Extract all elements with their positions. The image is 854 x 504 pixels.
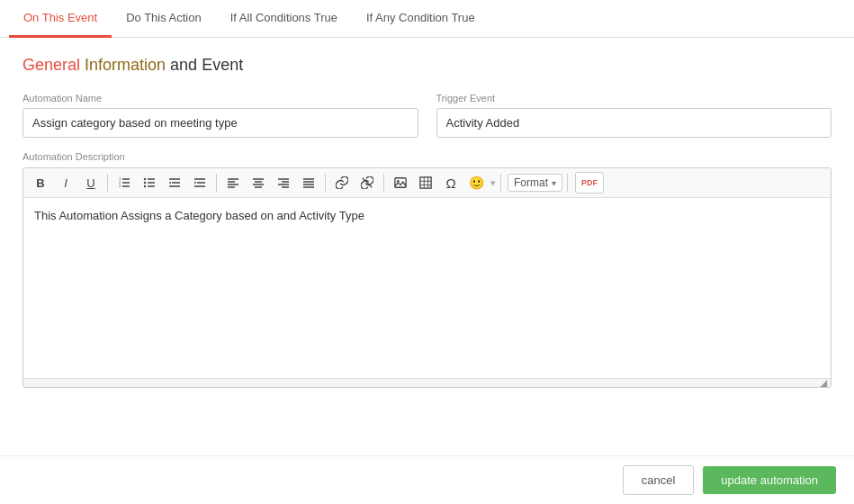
justify-button[interactable] xyxy=(297,172,320,194)
indent-icon xyxy=(193,176,206,189)
unordered-list-button[interactable] xyxy=(138,172,161,194)
bold-button[interactable]: B xyxy=(29,172,52,194)
align-left-button[interactable] xyxy=(221,172,245,194)
underline-button[interactable]: U xyxy=(79,172,103,194)
title-rest: and Event xyxy=(166,56,243,74)
format-dropdown[interactable]: Format ▾ xyxy=(508,174,562,192)
tab-if-all-conditions[interactable]: If All Conditions True xyxy=(216,0,352,38)
section-title: General Information and Event xyxy=(22,56,832,75)
divider-3 xyxy=(325,174,326,192)
indent-button[interactable] xyxy=(188,172,211,194)
automation-name-label: Automation Name xyxy=(22,93,418,104)
align-left-icon xyxy=(227,176,239,189)
link-icon xyxy=(336,176,348,189)
tabs-bar: On This Event Do This Action If All Cond… xyxy=(0,0,854,38)
ordered-list-button[interactable]: 1 2 3 xyxy=(112,172,136,194)
resize-icon: ◢ xyxy=(819,377,827,389)
svg-rect-35 xyxy=(395,178,406,188)
tab-do-this-action[interactable]: Do This Action xyxy=(112,0,216,38)
cancel-button[interactable]: cancel xyxy=(623,465,695,495)
svg-text:3: 3 xyxy=(119,184,121,188)
align-right-button[interactable] xyxy=(272,172,295,194)
special-chars-button[interactable]: Ω xyxy=(439,172,463,194)
content-area: General Information and Event Automation… xyxy=(0,38,854,455)
svg-rect-37 xyxy=(420,177,431,188)
format-dropdown-arrow: ▾ xyxy=(552,178,556,188)
footer: cancel update automation xyxy=(0,455,854,504)
trigger-event-group: Trigger Event xyxy=(436,93,832,138)
svg-line-34 xyxy=(363,178,373,188)
link-button[interactable] xyxy=(330,172,354,194)
svg-point-6 xyxy=(144,178,146,180)
table-button[interactable] xyxy=(414,172,437,194)
form-row-main: Automation Name Trigger Event xyxy=(22,93,832,138)
unordered-list-icon xyxy=(143,176,156,189)
emoji-arrow: ▾ xyxy=(490,177,496,189)
unlink-icon xyxy=(361,176,373,189)
trigger-event-label: Trigger Event xyxy=(436,93,832,104)
align-center-button[interactable] xyxy=(247,172,270,194)
main-container: On This Event Do This Action If All Cond… xyxy=(0,0,854,504)
tab-if-any-condition[interactable]: If Any Condition True xyxy=(352,0,490,38)
align-right-icon xyxy=(277,176,290,189)
editor-container: B I U 1 2 3 xyxy=(22,167,832,388)
emoji-button[interactable]: 🙂 xyxy=(464,172,488,194)
divider-2 xyxy=(216,174,217,192)
divider-6 xyxy=(567,174,568,192)
automation-name-group: Automation Name xyxy=(22,93,418,138)
svg-point-7 xyxy=(144,182,146,184)
editor-body[interactable]: This Automation Assigns a Category based… xyxy=(23,198,831,378)
format-label: Format xyxy=(514,176,548,189)
description-label: Automation Description xyxy=(22,151,832,162)
automation-name-input[interactable] xyxy=(22,108,418,138)
align-center-icon xyxy=(252,176,265,189)
divider-1 xyxy=(107,174,108,192)
ordered-list-icon: 1 2 3 xyxy=(118,176,130,189)
title-information: Information xyxy=(80,56,166,74)
divider-5 xyxy=(500,174,501,192)
divider-4 xyxy=(383,174,384,192)
update-automation-button[interactable]: update automation xyxy=(703,466,836,494)
table-icon xyxy=(419,176,432,189)
image-button[interactable] xyxy=(389,172,412,194)
unlink-button[interactable] xyxy=(355,172,379,194)
image-icon xyxy=(394,176,407,189)
svg-point-8 xyxy=(144,185,146,187)
italic-button[interactable]: I xyxy=(54,172,77,194)
trigger-event-input[interactable] xyxy=(436,108,832,138)
title-general: General xyxy=(22,56,80,74)
editor-resize-handle: ◢ xyxy=(23,378,831,387)
pdf-button[interactable]: PDF xyxy=(575,172,604,194)
outdent-icon xyxy=(168,176,181,189)
outdent-button[interactable] xyxy=(163,172,186,194)
editor-toolbar: B I U 1 2 3 xyxy=(23,168,831,198)
tab-on-this-event[interactable]: On This Event xyxy=(9,0,112,38)
justify-icon xyxy=(302,176,315,189)
